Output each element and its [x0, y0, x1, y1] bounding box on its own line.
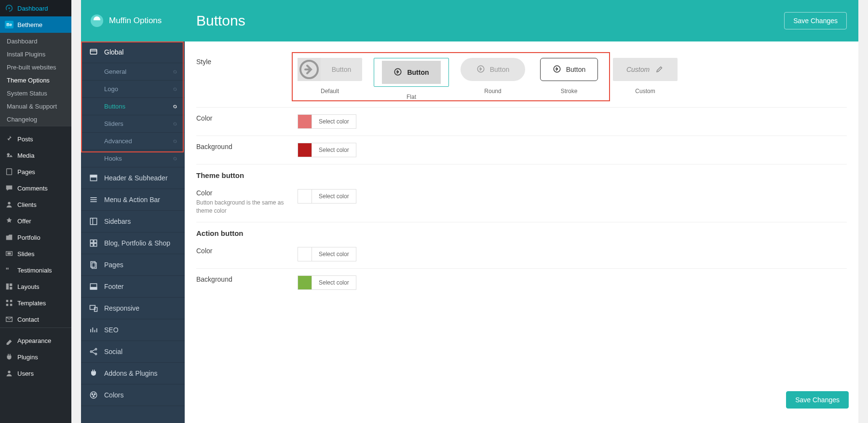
- svg-rect-27: [94, 244, 97, 246]
- svg-rect-2: [7, 169, 12, 175]
- svg-text:": ": [6, 266, 9, 274]
- style-option-round[interactable]: ButtonRound: [461, 58, 525, 100]
- wp-item-label: Testimonials: [17, 267, 52, 274]
- opt-section-footer[interactable]: Footer: [81, 276, 185, 298]
- wp-item-layouts[interactable]: Layouts: [0, 278, 71, 295]
- wp-item-label: Posts: [17, 136, 33, 143]
- wp-sub-pre-built-websites[interactable]: Pre-built websites: [0, 61, 71, 74]
- color-label: Color: [196, 114, 298, 122]
- svg-point-44: [92, 394, 93, 395]
- opt-section-menu-action-bar[interactable]: Menu & Action Bar: [81, 189, 185, 211]
- opt-section-label: Addons & Plugins: [104, 369, 158, 377]
- save-changes-button-top[interactable]: Save Changes: [784, 12, 847, 29]
- wp-item-templates[interactable]: Templates: [0, 295, 71, 311]
- select-theme-color-button[interactable]: Select color: [312, 189, 356, 204]
- main-content: Buttons Save Changes Style ButtonDefault…: [185, 0, 858, 423]
- opt-section-blog-portfolio-shop[interactable]: Blog, Portfolio & Shop: [81, 232, 185, 254]
- slides-icon: [5, 249, 14, 258]
- wp-item-appearance[interactable]: Appearance: [0, 332, 71, 349]
- wp-item-label: Dashboard: [17, 5, 48, 12]
- action-color-swatch[interactable]: [298, 247, 312, 261]
- style-option-label: Default: [321, 88, 339, 95]
- opt-section-header-subheader[interactable]: Header & Subheader: [81, 167, 185, 189]
- style-option-default[interactable]: ButtonDefault: [298, 58, 362, 100]
- wp-item-plugins[interactable]: Plugins: [0, 349, 71, 365]
- pin-icon: [5, 135, 14, 143]
- muffin-logo-icon: [91, 14, 103, 27]
- svg-rect-26: [90, 244, 93, 246]
- wp-item-label: Offer: [17, 218, 31, 225]
- theme-color-desc: Button background is the same as theme c…: [196, 199, 298, 215]
- opt-sub-sliders[interactable]: Sliders: [81, 115, 185, 133]
- opt-section-sidebars[interactable]: Sidebars: [81, 211, 185, 232]
- style-option-label: Flat: [407, 94, 416, 100]
- wp-item-contact[interactable]: Contact: [0, 311, 71, 327]
- wp-item-slides[interactable]: Slides: [0, 246, 71, 262]
- opt-sub-logo[interactable]: Logo: [81, 81, 185, 98]
- select-action-bg-button[interactable]: Select color: [312, 275, 356, 290]
- svg-rect-7: [6, 284, 9, 290]
- opt-section-label: Responsive: [104, 304, 139, 312]
- opt-section-pages[interactable]: Pages: [81, 254, 185, 276]
- wp-item-users[interactable]: Users: [0, 365, 71, 382]
- gear-icon: [172, 156, 178, 162]
- opt-section-seo[interactable]: SEO: [81, 319, 185, 341]
- wp-item-media[interactable]: Media: [0, 147, 71, 164]
- svg-rect-5: [7, 252, 11, 255]
- wp-item-pages[interactable]: Pages: [0, 164, 71, 180]
- wp-sub-install-plugins[interactable]: Install Plugins: [0, 48, 71, 61]
- wp-item-posts[interactable]: Posts: [0, 131, 71, 147]
- wp-item-offer[interactable]: Offer: [0, 213, 71, 229]
- style-option-label: Round: [484, 88, 501, 95]
- page-title: Buttons: [196, 13, 245, 29]
- footer-icon: [89, 282, 98, 291]
- opt-section-responsive[interactable]: Responsive: [81, 298, 185, 319]
- dashboard-icon: [5, 4, 14, 13]
- action-bg-swatch[interactable]: [298, 275, 312, 290]
- style-option-stroke[interactable]: ButtonStroke: [537, 58, 601, 100]
- wp-sub-manual-support[interactable]: Manual & Support: [0, 100, 71, 113]
- wp-sub-theme-options[interactable]: Theme Options: [0, 74, 71, 87]
- wp-item-betheme[interactable]: BeBetheme: [0, 16, 71, 33]
- svg-rect-15: [90, 49, 96, 54]
- opt-section-colors[interactable]: Colors: [81, 384, 185, 406]
- svg-point-3: [8, 202, 10, 205]
- color-swatch[interactable]: [298, 114, 312, 129]
- style-option-flat[interactable]: ButtonFlat: [374, 58, 449, 100]
- social-icon: [89, 347, 98, 356]
- wp-item-comments[interactable]: Comments: [0, 180, 71, 196]
- wp-item-label: Layouts: [17, 283, 40, 290]
- wp-item-clients[interactable]: Clients: [0, 196, 71, 213]
- save-changes-button-bottom[interactable]: Save Changes: [786, 391, 849, 409]
- opt-sub-advanced[interactable]: Advanced: [81, 133, 185, 150]
- blog-icon: [89, 238, 98, 248]
- select-background-button[interactable]: Select color: [312, 143, 356, 157]
- gear-icon: [172, 138, 178, 144]
- wp-sub-dashboard[interactable]: Dashboard: [0, 33, 71, 48]
- svg-point-46: [93, 396, 95, 397]
- wp-sub-changelog[interactable]: Changelog: [0, 113, 71, 126]
- options-sidebar: Muffin Options GlobalGeneralLogoButtonsS…: [81, 0, 185, 423]
- wp-item-portfolio[interactable]: Portfolio: [0, 229, 71, 246]
- wp-item-testimonials[interactable]: "Testimonials: [0, 262, 71, 278]
- opt-sub-hooks[interactable]: Hooks: [81, 150, 185, 167]
- opt-section-addons-plugins[interactable]: Addons & Plugins: [81, 363, 185, 384]
- wp-item-dashboard[interactable]: Dashboard: [0, 0, 71, 16]
- style-option-custom[interactable]: CustomCustom: [613, 58, 678, 100]
- select-action-color-button[interactable]: Select color: [312, 247, 356, 261]
- gear-icon: [172, 104, 178, 109]
- theme-color-label-text: Color: [196, 189, 298, 197]
- background-swatch[interactable]: [298, 143, 312, 157]
- action-button-section-title: Action button: [196, 222, 847, 240]
- style-option-label: Custom: [635, 88, 655, 95]
- pencil-icon: [655, 65, 664, 75]
- select-color-button[interactable]: Select color: [312, 114, 356, 129]
- opt-section-global[interactable]: Global: [81, 41, 185, 63]
- wp-sub-system-status[interactable]: System Status: [0, 87, 71, 100]
- svg-rect-28: [91, 261, 95, 267]
- opt-sub-buttons[interactable]: Buttons: [81, 98, 185, 115]
- opt-sub-general[interactable]: General: [81, 63, 185, 81]
- quotes-icon: ": [5, 266, 14, 274]
- opt-section-social[interactable]: Social: [81, 341, 185, 363]
- theme-color-swatch[interactable]: [298, 189, 312, 204]
